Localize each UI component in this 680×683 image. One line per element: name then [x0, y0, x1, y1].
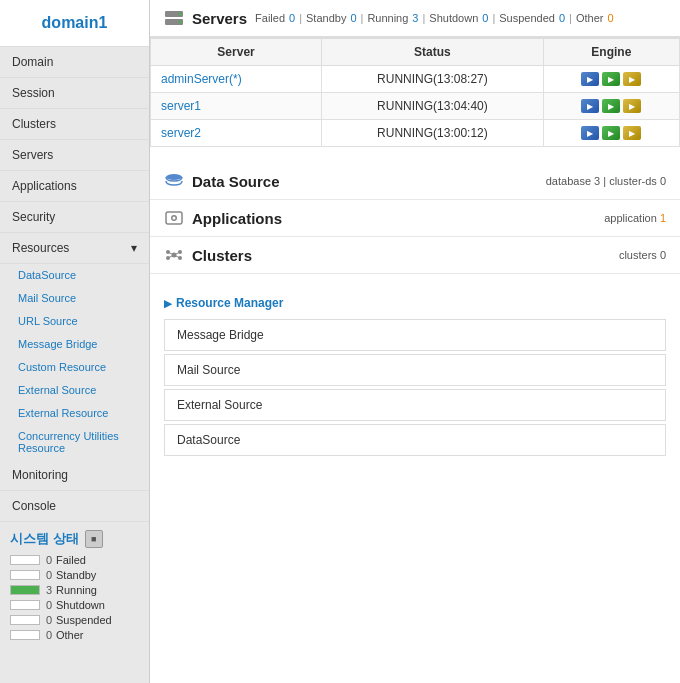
status-row-shutdown: 0 Shutdown [10, 599, 139, 611]
status-label-standby: Standby [56, 569, 96, 581]
sidebar-subitem-external-resource[interactable]: External Resource [0, 402, 149, 425]
engine-icons-server2: ▶ ▶ ▶ [554, 126, 669, 140]
engine-icon-green-server1[interactable]: ▶ [602, 99, 620, 113]
system-status-section: 시스템 상태 ■ 0 Failed 0 Standby 3 Running 0 … [0, 522, 149, 652]
servers-panel-header: Servers Failed 0 | Standby 0 | Running 3… [150, 0, 680, 38]
status-count-running: 3 [44, 584, 52, 596]
running-count-link[interactable]: 3 [412, 12, 418, 24]
standby-count-link[interactable]: 0 [350, 12, 356, 24]
domain-logo[interactable]: domain1 [0, 0, 149, 47]
table-row: server2 RUNNING(13:00:12) ▶ ▶ ▶ [151, 120, 680, 147]
clusters-icon [164, 245, 184, 265]
applications-title: Applications [192, 210, 596, 227]
sidebar-item-servers[interactable]: Servers [0, 140, 149, 171]
status-count-shutdown: 0 [44, 599, 52, 611]
sidebar: domain1 Domain Session Clusters Servers … [0, 0, 150, 683]
sidebar-item-session[interactable]: Session [0, 78, 149, 109]
rm-item-datasource[interactable]: DataSource [164, 424, 666, 456]
engine-icon-yellow-server2[interactable]: ▶ [623, 126, 641, 140]
servers-icon [164, 8, 184, 28]
server-name-server1[interactable]: server1 [161, 99, 201, 113]
clusters-stats: clusters 0 [619, 249, 666, 261]
sidebar-item-resources[interactable]: Resources ▾ [0, 233, 149, 264]
sidebar-item-console[interactable]: Console [0, 491, 149, 522]
server-status-server1: RUNNING(13:04:40) [322, 93, 544, 120]
svg-point-3 [179, 21, 182, 24]
status-label-suspended: Suspended [56, 614, 112, 626]
status-row-running: 3 Running [10, 584, 139, 596]
sidebar-subitem-mail-source[interactable]: Mail Source [0, 287, 149, 310]
engine-icon-blue-server1[interactable]: ▶ [581, 99, 599, 113]
datasource-stats: database 3 | cluster-ds 0 [546, 175, 666, 187]
applications-summary-row[interactable]: Applications application 1 [150, 200, 680, 237]
datasource-title: Data Source [192, 173, 538, 190]
engine-icon-green-admin[interactable]: ▶ [602, 72, 620, 86]
status-count-failed: 0 [44, 554, 52, 566]
svg-point-7 [173, 217, 176, 220]
col-header-status: Status [322, 39, 544, 66]
chevron-down-icon: ▾ [131, 241, 137, 255]
resource-manager-header[interactable]: ▶ Resource Manager [150, 290, 680, 316]
status-label-failed: Failed [56, 554, 86, 566]
status-bar-suspended [10, 615, 40, 625]
engine-icon-blue-admin[interactable]: ▶ [581, 72, 599, 86]
sidebar-subitem-concurrency[interactable]: Concurrency Utilities Resource [0, 425, 149, 460]
engine-icon-blue-server2[interactable]: ▶ [581, 126, 599, 140]
server-name-server2[interactable]: server2 [161, 126, 201, 140]
server-status-server2: RUNNING(13:00:12) [322, 120, 544, 147]
suspended-count-link[interactable]: 0 [559, 12, 565, 24]
col-header-engine: Engine [543, 39, 679, 66]
sidebar-item-clusters[interactable]: Clusters [0, 109, 149, 140]
other-count-link[interactable]: 0 [607, 12, 613, 24]
table-row: adminServer(*) RUNNING(13:08:27) ▶ ▶ ▶ [151, 66, 680, 93]
servers-panel-title: Servers [192, 10, 247, 27]
chevron-right-icon: ▶ [164, 298, 172, 309]
status-label-running: Running [56, 584, 97, 596]
clusters-summary-row[interactable]: Clusters clusters 0 [150, 237, 680, 274]
server-name-admin[interactable]: adminServer(*) [161, 72, 242, 86]
status-row-standby: 0 Standby [10, 569, 139, 581]
status-bar-standby [10, 570, 40, 580]
engine-icon-yellow-admin[interactable]: ▶ [623, 72, 641, 86]
status-bar-running [10, 585, 40, 595]
applications-icon [164, 208, 184, 228]
rm-item-external-source[interactable]: External Source [164, 389, 666, 421]
server-status-admin: RUNNING(13:08:27) [322, 66, 544, 93]
rm-item-mail-source[interactable]: Mail Source [164, 354, 666, 386]
status-label-shutdown: Shutdown [56, 599, 105, 611]
status-row-suspended: 0 Suspended [10, 614, 139, 626]
sidebar-subitem-url-source[interactable]: URL Source [0, 310, 149, 333]
failed-count-link[interactable]: 0 [289, 12, 295, 24]
table-row: server1 RUNNING(13:04:40) ▶ ▶ ▶ [151, 93, 680, 120]
sidebar-subitem-external-source[interactable]: External Source [0, 379, 149, 402]
servers-panel-stats: Failed 0 | Standby 0 | Running 3 | Shutd… [255, 12, 614, 24]
sidebar-item-applications[interactable]: Applications [0, 171, 149, 202]
col-header-server: Server [151, 39, 322, 66]
status-count-other: 0 [44, 629, 52, 641]
sidebar-subitem-custom-resource[interactable]: Custom Resource [0, 356, 149, 379]
shutdown-count-link[interactable]: 0 [482, 12, 488, 24]
resource-manager-section: ▶ Resource Manager Message Bridge Mail S… [150, 290, 680, 469]
engine-icon-yellow-server1[interactable]: ▶ [623, 99, 641, 113]
engine-icons-admin: ▶ ▶ ▶ [554, 72, 669, 86]
main-content: Servers Failed 0 | Standby 0 | Running 3… [150, 0, 680, 683]
status-bar-shutdown [10, 600, 40, 610]
sidebar-item-monitoring[interactable]: Monitoring [0, 460, 149, 491]
sidebar-subitem-message-bridge[interactable]: Message Bridge [0, 333, 149, 356]
datasource-icon [164, 171, 184, 191]
engine-icon-green-server2[interactable]: ▶ [602, 126, 620, 140]
status-label-other: Other [56, 629, 84, 641]
datasource-summary-row[interactable]: Data Source database 3 | cluster-ds 0 [150, 163, 680, 200]
system-status-title: 시스템 상태 ■ [10, 530, 139, 548]
system-status-icon-button[interactable]: ■ [85, 530, 103, 548]
summary-section: Data Source database 3 | cluster-ds 0 Ap… [150, 163, 680, 274]
sidebar-item-security[interactable]: Security [0, 202, 149, 233]
status-count-standby: 0 [44, 569, 52, 581]
sidebar-subitem-datasource[interactable]: DataSource [0, 264, 149, 287]
status-bar-failed [10, 555, 40, 565]
sidebar-item-domain[interactable]: Domain [0, 47, 149, 78]
applications-stats: application 1 [604, 212, 666, 224]
status-bar-other [10, 630, 40, 640]
rm-item-message-bridge[interactable]: Message Bridge [164, 319, 666, 351]
status-count-suspended: 0 [44, 614, 52, 626]
